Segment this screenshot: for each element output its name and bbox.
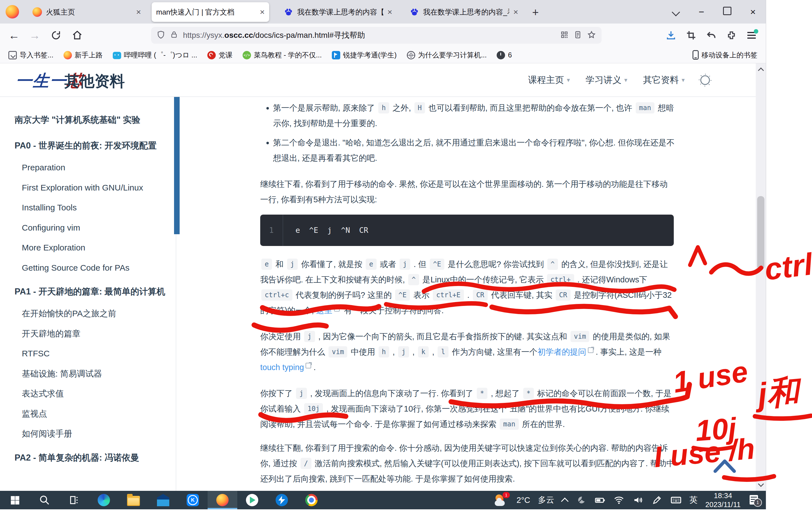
qr-code-icon[interactable] bbox=[560, 30, 569, 40]
input-language[interactable]: 英 bbox=[690, 494, 698, 506]
ev-capture-icon[interactable] bbox=[237, 491, 267, 509]
mail-icon[interactable] bbox=[148, 491, 178, 509]
touch-keyboard-icon[interactable] bbox=[670, 494, 682, 506]
page-scrollbar[interactable] bbox=[756, 63, 766, 491]
file-explorer-icon[interactable] bbox=[119, 491, 148, 509]
scroll-down-arrow[interactable] bbox=[756, 480, 766, 490]
reload-icon[interactable] bbox=[49, 29, 63, 42]
url-text[interactable]: https://ysyx.oscc.cc/docs/ics-pa/man.htm… bbox=[183, 30, 555, 41]
tab-close-icon[interactable]: × bbox=[387, 8, 392, 16]
minimize-button[interactable]: − bbox=[689, 6, 714, 17]
sidebar-item-more-exploration[interactable]: More Exploration bbox=[14, 243, 167, 253]
bookmark-why-cs[interactable]: 为什么要学习计算机... bbox=[407, 50, 487, 60]
bookmark-dangke[interactable]: 党课 bbox=[207, 50, 233, 60]
nav-course-home[interactable]: 课程主页▾ bbox=[528, 74, 570, 86]
scrollbar-thumb[interactable] bbox=[757, 196, 764, 270]
content-link[interactable]: 这里 bbox=[316, 306, 332, 315]
chrome-icon[interactable] bbox=[297, 491, 326, 509]
time: 18:34 bbox=[705, 491, 741, 500]
sidebar-item-rtfsc[interactable]: RTFSC bbox=[14, 349, 167, 358]
reader-mode-icon[interactable] bbox=[574, 30, 582, 40]
code-icon: </> bbox=[242, 51, 251, 59]
search-icon[interactable] bbox=[30, 491, 59, 509]
clock[interactable]: 18:34 2023/11/11 bbox=[705, 491, 741, 509]
bookmark-overflow[interactable]: 6 bbox=[497, 51, 512, 59]
tab-man-doc-active[interactable]: man快速入门 | 官方文档 × bbox=[152, 2, 269, 22]
shield-icon[interactable] bbox=[157, 30, 165, 40]
content-link[interactable]: touch typing bbox=[260, 363, 304, 372]
sidebar-item-first-exploration[interactable]: First Exploration with GNU/Linux bbox=[14, 183, 167, 193]
home-icon[interactable] bbox=[70, 29, 84, 42]
onedrive-icon[interactable] bbox=[575, 494, 586, 506]
sidebar-item-installing-tools[interactable]: Installing Tools bbox=[14, 203, 167, 213]
bookmark-import[interactable]: 导入书签... bbox=[8, 50, 53, 60]
kook-icon[interactable]: K bbox=[178, 491, 208, 509]
flag-icon bbox=[332, 51, 340, 59]
bookmark-runoob[interactable]: </>菜鸟教程 - 学的不仅... bbox=[242, 50, 322, 60]
theme-toggle-sun-icon[interactable] bbox=[700, 75, 710, 85]
restore-button[interactable] bbox=[714, 6, 740, 17]
bookmark-getting-started[interactable]: 新手上路 bbox=[63, 50, 103, 60]
lightning-app-icon[interactable] bbox=[267, 491, 297, 509]
download-icon[interactable] bbox=[664, 29, 678, 42]
task-view-icon[interactable] bbox=[59, 491, 89, 509]
pen-icon[interactable] bbox=[651, 494, 663, 506]
sidebar-item-watchpoint[interactable]: 监视点 bbox=[14, 409, 167, 419]
forward-icon[interactable]: → bbox=[28, 29, 41, 42]
sidebar-item-sdb[interactable]: 基础设施: 简易调试器 bbox=[14, 369, 167, 379]
sidebar-group-pa0[interactable]: PA0 - 世界诞生的前夜: 开发环境配置 bbox=[14, 139, 167, 153]
edge-icon[interactable] bbox=[89, 491, 119, 509]
mobile-bookmarks[interactable]: 移动设备上的书签 bbox=[693, 50, 757, 60]
wifi-icon[interactable] bbox=[613, 494, 625, 506]
tab-title: 火狐主页 bbox=[46, 7, 132, 17]
sidebar-item-getting-source[interactable]: Getting Source Code for PAs bbox=[14, 263, 167, 273]
sidebar-item-before-pa[interactable]: 在开始愉快的PA之旅之前 bbox=[14, 309, 167, 319]
menu-hamburger-icon[interactable] bbox=[744, 29, 759, 42]
battery-icon[interactable] bbox=[594, 494, 606, 506]
url-bar[interactable]: https://ysyx.oscc.cc/docs/ics-pa/man.htm… bbox=[151, 27, 602, 44]
bookmark-star-icon[interactable] bbox=[587, 30, 596, 41]
weather-condition[interactable]: 多云 bbox=[538, 494, 554, 506]
start-button[interactable] bbox=[0, 491, 30, 509]
new-tab-button[interactable]: + bbox=[532, 6, 539, 19]
bookmark-ruijie[interactable]: 锐捷学考通(学生) bbox=[332, 50, 397, 60]
tab-close-icon[interactable]: × bbox=[136, 8, 141, 16]
sidebar-group-pa2[interactable]: PA2 - 简单复杂的机器: 冯诺依曼 bbox=[14, 451, 167, 464]
lock-icon[interactable] bbox=[170, 31, 178, 40]
sidebar-item-preparation[interactable]: Preparation bbox=[14, 163, 167, 172]
back-icon[interactable]: ← bbox=[7, 29, 21, 42]
inline-code: j bbox=[398, 346, 409, 357]
undo-arrow-icon[interactable] bbox=[704, 29, 719, 42]
inline-code: j bbox=[287, 259, 298, 270]
sidebar-item-expr-eval[interactable]: 表达式求值 bbox=[14, 389, 167, 399]
nav-lecture-notes[interactable]: 学习讲义▾ bbox=[586, 74, 627, 86]
content-link[interactable]: 初学者的提问 bbox=[538, 347, 586, 356]
bookmark-bilibili[interactable]: 哔哩哔哩 (゜-゜)つロ ... bbox=[113, 50, 197, 60]
sidebar-group-nju[interactable]: 南京大学 "计算机系统基础" 实验 bbox=[14, 113, 167, 127]
scroll-up-arrow[interactable] bbox=[756, 64, 766, 75]
sidebar-item-read-manual[interactable]: 如何阅读手册 bbox=[14, 429, 167, 439]
security-weather-icon[interactable]: 1 bbox=[495, 494, 509, 507]
notification-center-icon[interactable]: 1 bbox=[749, 494, 760, 506]
sidebar-item-configuring-vim[interactable]: Configuring vim bbox=[14, 223, 167, 233]
sidebar-item-genesis[interactable]: 开天辟地的篇章 bbox=[14, 329, 167, 339]
firefox-taskbar-icon[interactable] bbox=[208, 491, 237, 509]
clock-icon bbox=[497, 51, 505, 59]
close-button[interactable]: × bbox=[740, 6, 766, 17]
sidebar-group-pa1[interactable]: PA1 - 开天辟地的篇章: 最简单的计算机 bbox=[14, 285, 167, 298]
list-all-tabs-icon[interactable] bbox=[663, 6, 689, 17]
extension-icon[interactable] bbox=[724, 29, 739, 42]
tab-baidu-2[interactable]: 我在数学课上思考的内容_看图 × bbox=[405, 4, 523, 20]
tab-title: man快速入门 | 官方文档 bbox=[156, 7, 256, 17]
tab-baidu-1[interactable]: 我在数学课上思考的内容【银笑 × bbox=[279, 4, 397, 20]
nav-other-materials[interactable]: 其它资料▾ bbox=[643, 74, 685, 86]
inline-code: k bbox=[418, 346, 429, 357]
tab-close-icon[interactable]: × bbox=[513, 8, 518, 16]
volume-icon[interactable] bbox=[632, 494, 643, 506]
tray-expand-icon[interactable] bbox=[561, 497, 569, 505]
firefox-view-icon[interactable] bbox=[6, 5, 19, 19]
tab-close-icon[interactable]: × bbox=[260, 8, 265, 16]
screenshot-crop-icon[interactable] bbox=[684, 29, 698, 42]
tab-firefox-home[interactable]: 火狐主页 × bbox=[28, 4, 145, 20]
temperature[interactable]: 2°C bbox=[517, 495, 530, 505]
